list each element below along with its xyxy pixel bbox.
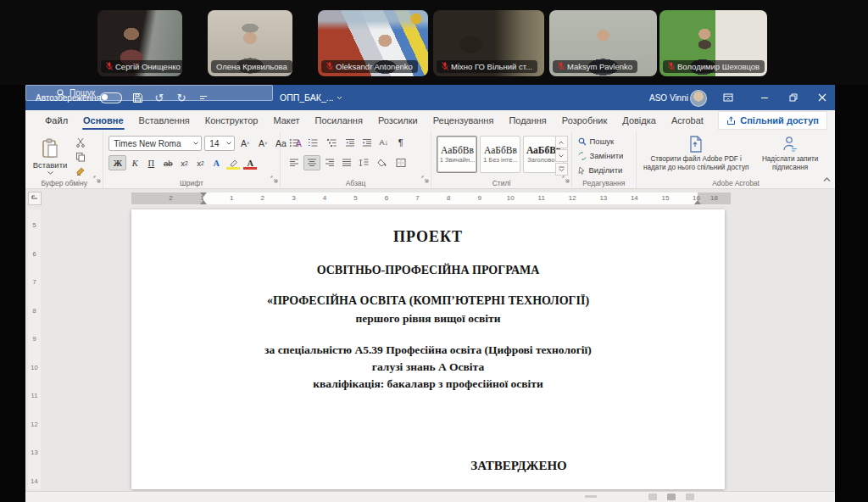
word-statusbar [25,491,835,502]
left-indent-marker[interactable] [200,200,207,204]
ruler-number: 7 [28,278,41,307]
chevron-down-icon [47,171,53,175]
grow-font-button[interactable]: A˄ [237,137,253,150]
print-layout-button[interactable] [667,494,676,500]
multilevel-list-button[interactable] [324,136,339,149]
group-clipboard: Вставити Буфер обміну [25,131,103,188]
bullets-button[interactable] [287,136,302,149]
tab-help[interactable]: Довідка [615,112,664,130]
account-avatar[interactable] [690,90,707,107]
quick-access-overflow-icon[interactable] [193,85,214,110]
participant-name: Володимир Шеховцов [677,62,760,71]
vertical-ruler[interactable]: 567891011121314 [28,209,41,489]
font-size-select[interactable]: 14 [204,136,235,151]
style-normal[interactable]: АаБбВв 1 Звичайн... [437,136,477,173]
tab-references[interactable]: Посилання [308,112,370,130]
justify-button[interactable] [339,156,354,170]
align-right-button[interactable] [322,156,337,170]
document-title[interactable]: ОПП_БАК_... [280,85,342,110]
shading-button[interactable] [375,156,390,170]
tab-review[interactable]: Рецензування [426,112,502,130]
participant-video-3[interactable]: Oleksandr Antonenko [318,10,428,76]
close-button[interactable] [810,85,834,110]
tab-file[interactable]: Файл [37,112,75,130]
tab-design[interactable]: Конструктор [198,112,266,130]
italic-button[interactable]: K [127,156,142,170]
text-effects-button[interactable]: А [209,156,224,170]
format-painter-icon[interactable] [73,165,88,177]
participant-video-1[interactable]: Сергій Онищенко [97,10,182,76]
create-pdf-button[interactable]: Створити файл Adobe PDF і надати до ньог… [642,135,750,171]
font-color-button[interactable]: А [242,156,258,170]
bold-button[interactable]: Ж [108,155,126,170]
chevron-down-icon [226,142,231,145]
borders-button[interactable] [393,156,409,170]
tab-layout[interactable]: Макет [265,112,307,130]
style-no-spacing[interactable]: АаБбВв 1 Без інте... [480,136,520,173]
participant-name: Міхно ГО Вільний ст... [451,62,532,71]
dialog-launcher-icon[interactable] [562,171,570,187]
superscript-button[interactable]: x2 [192,156,208,170]
request-signatures-button[interactable]: Надіслати запити підписання [757,135,823,171]
styles-scroll-down[interactable] [555,149,568,162]
share-button[interactable]: Спільний доступ [719,112,826,129]
ribbon-display-options-icon[interactable] [716,85,740,110]
participant-video-4[interactable]: Міхно ГО Вільний ст... [433,10,544,76]
align-center-button[interactable] [303,155,320,170]
tab-view[interactable]: Подання [501,112,554,130]
minimize-button[interactable] [753,85,776,110]
align-left-button[interactable] [287,156,302,170]
horizontal-ruler[interactable]: 21 12345678910111213141516 18 [131,192,731,204]
shrink-font-button[interactable]: A˅ [255,137,270,150]
tab-home[interactable]: Основне [75,112,131,130]
replace-button[interactable]: Замінити [578,151,624,160]
select-button[interactable]: Виділити [578,165,626,175]
group-label: Абзац [281,179,431,187]
dialog-launcher-icon[interactable] [270,171,278,187]
decrease-indent-button[interactable] [342,136,358,149]
increase-indent-button[interactable] [359,136,375,149]
read-mode-button[interactable] [648,494,657,500]
group-label: Adobe Acrobat [637,179,835,187]
line-spacing-button[interactable] [356,156,371,170]
dialog-launcher-icon[interactable] [93,171,101,187]
document-page[interactable]: ПРОЕКТ ОСВІТНЬО-ПРОФЕСІЙНА ПРОГРАМА «ПРО… [131,209,725,489]
underline-button[interactable]: П [143,156,159,170]
collapse-ribbon-icon[interactable] [823,170,831,186]
account-name[interactable]: ASO Vinni [649,85,688,110]
save-icon[interactable] [127,85,147,110]
first-line-indent-marker[interactable] [200,192,207,197]
web-layout-button[interactable] [686,494,694,500]
dialog-launcher-icon[interactable] [421,171,429,187]
tab-acrobat[interactable]: Acrobat [664,112,711,130]
find-button[interactable]: Пошук [578,137,618,146]
copy-icon[interactable] [73,150,88,163]
ruler-number: 14 [619,192,650,204]
redo-icon[interactable]: ↻ [171,85,192,110]
font-name-select[interactable]: Times New Roma [108,136,202,151]
autosave-toggle[interactable] [100,85,122,110]
sort-button[interactable]: А↓ [376,136,392,149]
restore-button[interactable] [782,85,805,110]
participant-video-2[interactable]: Олена Кривильова [208,10,292,76]
undo-icon[interactable]: ↺ [149,85,170,110]
highlight-button[interactable] [225,156,241,170]
tab-mailings[interactable]: Розсилки [370,112,426,130]
tab-selector[interactable] [28,192,42,205]
tab-developer[interactable]: Розробник [554,112,615,130]
participant-name-pill: Міхно ГО Вільний ст... [437,60,537,73]
numbering-button[interactable] [305,136,320,149]
participant-video-5[interactable]: Maksym Pavlenko [549,10,657,76]
participant-video-6[interactable]: Володимир Шеховцов [659,10,767,76]
cut-icon[interactable] [73,136,88,148]
share-icon [726,116,736,126]
chevron-down-icon [337,96,342,100]
strikethrough-button[interactable]: ab [160,156,175,170]
screen: Сергій Онищенко Олена Кривильова Oleksan… [0,0,868,502]
right-indent-marker[interactable] [694,200,701,204]
styles-scroll-up[interactable] [555,136,568,148]
paste-button[interactable]: Вставити [32,136,68,178]
tab-insert[interactable]: Вставлення [131,112,198,130]
show-marks-button[interactable]: ¶ [393,136,409,149]
subscript-button[interactable]: x2 [176,156,192,170]
